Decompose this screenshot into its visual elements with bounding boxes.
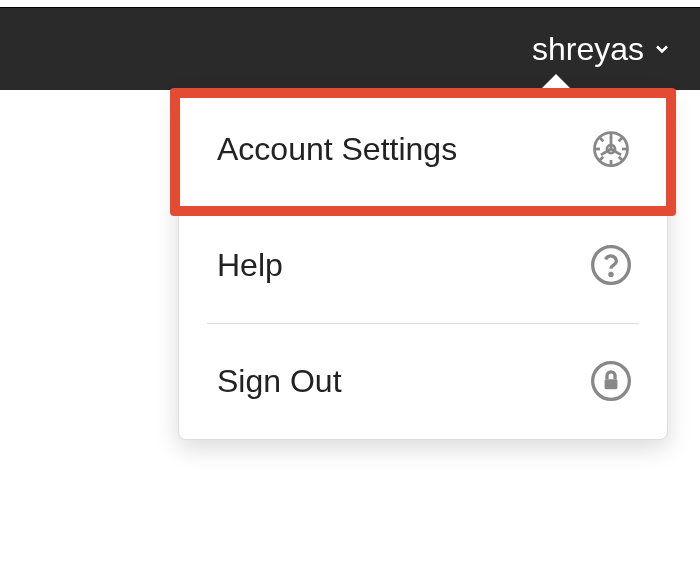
user-menu-trigger[interactable]: shreyas <box>532 31 672 68</box>
user-dropdown-menu: Account Settings <box>178 90 668 440</box>
dropdown-container: Account Settings <box>178 90 668 440</box>
username-label: shreyas <box>532 31 644 68</box>
menu-item-label: Sign Out <box>217 363 342 400</box>
svg-line-9 <box>619 137 623 141</box>
menu-item-sign-out[interactable]: Sign Out <box>179 323 667 439</box>
dropdown-arrow <box>540 74 572 90</box>
window-chrome-sliver <box>0 0 700 8</box>
svg-point-13 <box>593 247 630 284</box>
svg-line-7 <box>619 157 623 161</box>
svg-line-8 <box>599 157 603 161</box>
menu-item-label: Account Settings <box>217 131 457 168</box>
menu-item-help[interactable]: Help <box>179 207 667 323</box>
svg-rect-16 <box>605 379 618 389</box>
chevron-down-icon <box>652 39 672 59</box>
svg-line-6 <box>599 137 603 141</box>
header-bar: shreyas <box>0 8 700 90</box>
gear-icon <box>589 127 633 171</box>
lock-icon <box>589 359 633 403</box>
menu-item-label: Help <box>217 247 283 284</box>
menu-item-account-settings[interactable]: Account Settings <box>179 91 667 207</box>
question-icon <box>589 243 633 287</box>
svg-point-14 <box>610 273 612 275</box>
